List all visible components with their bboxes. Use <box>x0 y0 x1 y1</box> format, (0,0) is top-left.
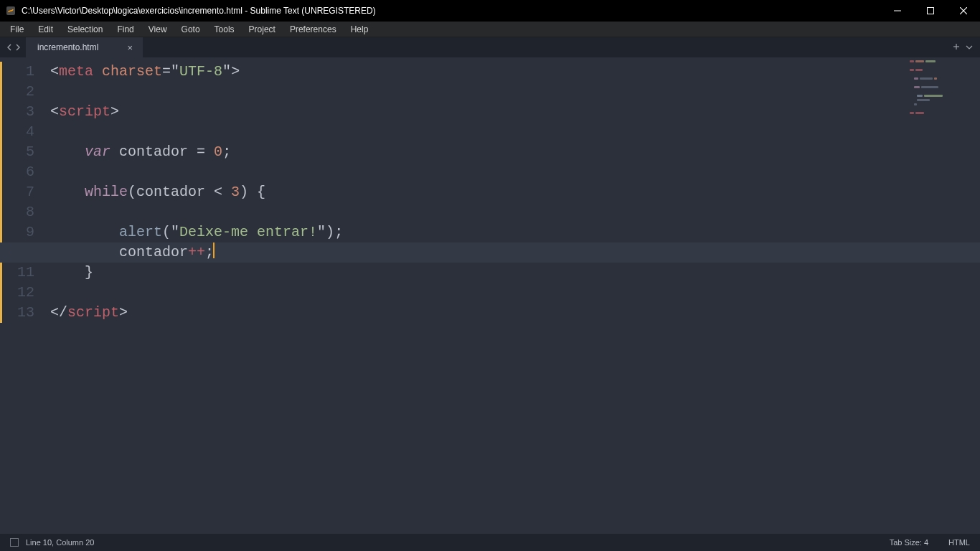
line-number: 1 <box>0 62 42 82</box>
code-line[interactable]: </script> <box>42 303 980 323</box>
code-line[interactable]: } <box>42 263 980 283</box>
status-syntax[interactable]: HTML <box>948 538 970 547</box>
menu-help[interactable]: Help <box>344 22 376 37</box>
window-titlebar: C:\Users\Victor\Desktop\logica\exercicio… <box>0 0 980 22</box>
menu-find[interactable]: Find <box>110 22 141 37</box>
code-line[interactable]: alert("Deixe-me entrar!"); <box>42 222 980 242</box>
code-line-current[interactable]: contador++; <box>0 242 980 263</box>
status-tabsize[interactable]: Tab Size: 4 <box>890 538 928 547</box>
status-position[interactable]: Line 10, Column 20 <box>26 538 94 547</box>
tab-active[interactable]: incremento.html × <box>26 37 143 57</box>
menu-file[interactable]: File <box>3 22 31 37</box>
menu-project[interactable]: Project <box>242 22 283 37</box>
line-number-gutter: 1 2 3 4 5 6 7 8 9 10 11 12 13 <box>0 57 42 534</box>
statusbar: Line 10, Column 20 Tab Size: 4 HTML <box>0 534 980 551</box>
menu-edit[interactable]: Edit <box>31 22 60 37</box>
code-line[interactable]: var contador = 0; <box>42 142 980 162</box>
close-button[interactable] <box>947 0 980 22</box>
line-number: 12 <box>0 283 42 303</box>
code-line[interactable] <box>42 162 980 182</box>
minimap[interactable] <box>908 60 980 110</box>
line-number: 13 <box>0 303 42 323</box>
line-number: 6 <box>0 162 42 182</box>
minimize-button[interactable] <box>881 0 914 22</box>
app-icon <box>4 4 17 17</box>
window-title: C:\Users\Victor\Desktop\logica\exercicio… <box>22 6 376 16</box>
tabbar: incremento.html × <box>0 37 980 57</box>
code-line[interactable] <box>42 202 980 222</box>
line-number: 4 <box>0 122 42 142</box>
menu-goto[interactable]: Goto <box>174 22 207 37</box>
tab-label: incremento.html <box>37 42 98 52</box>
line-number: 7 <box>0 182 42 202</box>
code-line[interactable]: while(contador < 3) { <box>42 182 980 202</box>
new-tab-icon[interactable] <box>953 42 960 52</box>
menubar: File Edit Selection Find View Goto Tools… <box>0 22 980 37</box>
code-area[interactable]: <meta charset="UTF-8"> <script> var cont… <box>42 57 980 534</box>
line-number: 9 <box>0 222 42 242</box>
text-caret <box>213 242 215 258</box>
line-number: 8 <box>0 202 42 222</box>
svg-rect-2 <box>928 8 934 14</box>
nav-forward-icon[interactable] <box>14 44 22 51</box>
code-line[interactable] <box>42 122 980 142</box>
editor[interactable]: 1 2 3 4 5 6 7 8 9 10 11 12 13 <meta char… <box>0 57 980 534</box>
menu-tools[interactable]: Tools <box>207 22 242 37</box>
menu-selection[interactable]: Selection <box>60 22 110 37</box>
tab-dropdown-icon[interactable] <box>966 42 973 52</box>
code-line[interactable]: <meta charset="UTF-8"> <box>42 62 980 82</box>
menu-preferences[interactable]: Preferences <box>283 22 344 37</box>
code-line[interactable] <box>42 283 980 303</box>
line-number: 5 <box>0 142 42 162</box>
code-line[interactable]: <script> <box>42 102 980 122</box>
code-line[interactable] <box>42 82 980 102</box>
modified-marker <box>0 62 2 323</box>
tab-history-nav <box>0 37 26 57</box>
line-number: 3 <box>0 102 42 122</box>
panel-switcher-icon[interactable] <box>10 538 19 547</box>
nav-back-icon[interactable] <box>6 44 13 51</box>
line-number: 2 <box>0 82 42 102</box>
tab-close-icon[interactable]: × <box>127 42 133 53</box>
maximize-button[interactable] <box>914 0 947 22</box>
line-number: 11 <box>0 263 42 283</box>
menu-view[interactable]: View <box>141 22 174 37</box>
